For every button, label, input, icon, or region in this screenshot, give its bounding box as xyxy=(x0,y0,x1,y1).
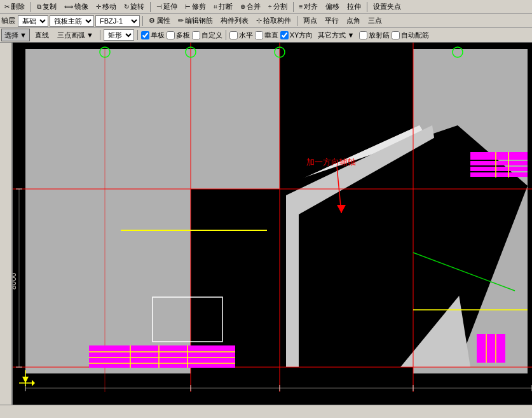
right-rebar-top-4 xyxy=(470,172,528,177)
break-icon: ⌗ xyxy=(214,3,217,11)
radial-rebar-radio[interactable]: 放射筋 xyxy=(359,31,390,40)
mirror-button[interactable]: ⟺ 镜像 xyxy=(61,1,92,13)
other-dropdown-icon: ▼ xyxy=(347,31,354,39)
custom-radio[interactable]: 自定义 xyxy=(192,31,222,40)
split-button[interactable]: ÷ 分割 xyxy=(265,1,290,13)
align-icon: ≡ xyxy=(299,3,303,10)
sep-3 xyxy=(293,2,294,12)
copy-icon: ⧉ xyxy=(37,3,41,11)
point-angle-button[interactable]: 点角 xyxy=(343,15,364,27)
canvas-viewport[interactable]: 4000 4000 8000 8000 加一方向辅轴 xyxy=(13,43,532,405)
sep-5 xyxy=(142,16,143,26)
main-canvas-area: 4000 4000 8000 8000 加一方向辅轴 xyxy=(0,43,532,405)
xy-direction-radio[interactable]: XY方向 xyxy=(280,31,313,40)
extend-icon: ⊣ xyxy=(156,3,162,10)
properties-button[interactable]: ⚙ 属性 xyxy=(146,15,174,27)
toolbar-row-1: ✂ 删除 ⧉ 复制 ⟺ 镜像 ✛ 移动 ↻ 旋转 ⊣ 延伸 ⊢ 修剪 ⌗ xyxy=(0,0,532,14)
type-select[interactable]: 筏板主筋 xyxy=(50,15,94,27)
move-button[interactable]: ✛ 移动 xyxy=(93,1,119,13)
break-button[interactable]: ⌗ 打断 xyxy=(210,1,236,13)
pick-icon: ⊹ xyxy=(256,17,262,25)
arc-dropdown-icon: ▼ xyxy=(86,31,93,39)
horizontal-radio[interactable]: 水平 xyxy=(229,31,253,40)
merge-icon: ⊕ xyxy=(240,3,245,10)
annotation-text: 加一方向辅轴 xyxy=(306,157,356,167)
id-select[interactable]: FBZJ-1 xyxy=(95,15,140,27)
split-icon: ÷ xyxy=(268,3,272,10)
parallel-button[interactable]: 平行 xyxy=(322,15,342,27)
corner-arrow-right xyxy=(32,380,35,386)
sep-8 xyxy=(137,30,138,40)
left-ruler xyxy=(0,43,13,405)
left-panel xyxy=(25,49,191,373)
move-icon: ✛ xyxy=(96,3,101,10)
right-rebar-top-2 xyxy=(470,161,528,165)
extend-button[interactable]: ⊣ 延伸 xyxy=(153,1,181,13)
delete-button[interactable]: ✂ 删除 xyxy=(1,1,28,13)
toolbar-row-3: 选择 ▼ 直线 三点画弧 ▼ 矩形 单板 多板 自定义 水平 垂直 xyxy=(0,28,532,42)
mirror-icon: ⟺ xyxy=(64,3,73,10)
two-point-button[interactable]: 两点 xyxy=(300,15,320,27)
sep-6 xyxy=(297,16,297,26)
component-list-button[interactable]: 构件列表 xyxy=(217,15,252,27)
select-dropdown-icon: ▼ xyxy=(20,31,27,39)
align-button[interactable]: ≡ 对齐 xyxy=(296,1,322,13)
offset-button[interactable]: 偏移 xyxy=(322,1,343,13)
properties-icon: ⚙ xyxy=(149,17,155,25)
sep-1 xyxy=(31,2,31,12)
delete-icon: ✂ xyxy=(4,3,10,10)
other-method-button[interactable]: 其它方式 ▼ xyxy=(315,29,357,41)
line-button[interactable]: 直线 xyxy=(32,29,52,41)
pick-component-button[interactable]: ⊹ 拾取构件 xyxy=(253,15,294,27)
stretch-button[interactable]: 拉伸 xyxy=(344,1,364,13)
right-rebar-top-1 xyxy=(470,152,528,160)
multi-board-radio[interactable]: 多板 xyxy=(167,31,190,40)
right-rebar-top-3 xyxy=(470,167,528,171)
edit-rebar-icon: ✏ xyxy=(178,17,184,25)
toolbar-row-2: 轴层 基础 筏板主筋 FBZJ-1 ⚙ 属性 ✏ 编辑钢筋 构件列表 ⊹ 拾取构… xyxy=(0,14,532,28)
layer-label: 轴层 xyxy=(1,16,15,25)
setpoint-button[interactable]: 设置夹点 xyxy=(370,1,404,13)
rotate-button[interactable]: ↻ 旋转 xyxy=(121,1,147,13)
rebar-strip-bottom xyxy=(89,345,235,368)
right-small-square xyxy=(477,334,505,363)
arc-button[interactable]: 三点画弧 ▼ xyxy=(54,29,97,41)
shape-select[interactable]: 矩形 xyxy=(104,29,134,41)
sep-7 xyxy=(100,30,100,40)
sep-9 xyxy=(226,30,226,40)
copy-button[interactable]: ⧉ 复制 xyxy=(34,1,60,13)
vertical-radio[interactable]: 垂直 xyxy=(255,31,278,40)
merge-button[interactable]: ⊕ 合并 xyxy=(237,1,264,13)
trim-button[interactable]: ⊢ 修剪 xyxy=(182,1,209,13)
three-point-button[interactable]: 三点 xyxy=(365,15,385,27)
sep-4 xyxy=(367,2,367,12)
select-button[interactable]: 选择 ▼ xyxy=(1,29,30,41)
single-board-radio[interactable]: 单板 xyxy=(141,31,165,40)
sep-2 xyxy=(150,2,151,12)
dim-v-label: 8000 xyxy=(13,272,18,289)
edit-rebar-button[interactable]: ✏ 编辑钢筋 xyxy=(175,15,216,27)
drawing-svg: 4000 4000 8000 8000 加一方向辅轴 xyxy=(13,43,532,392)
auto-config-radio[interactable]: 自动配筋 xyxy=(392,31,429,40)
status-bar xyxy=(0,405,532,418)
trim-icon: ⊢ xyxy=(185,3,191,10)
rotate-icon: ↻ xyxy=(124,3,129,10)
mid-top-panel xyxy=(191,49,280,189)
layer-select[interactable]: 基础 xyxy=(18,15,48,27)
